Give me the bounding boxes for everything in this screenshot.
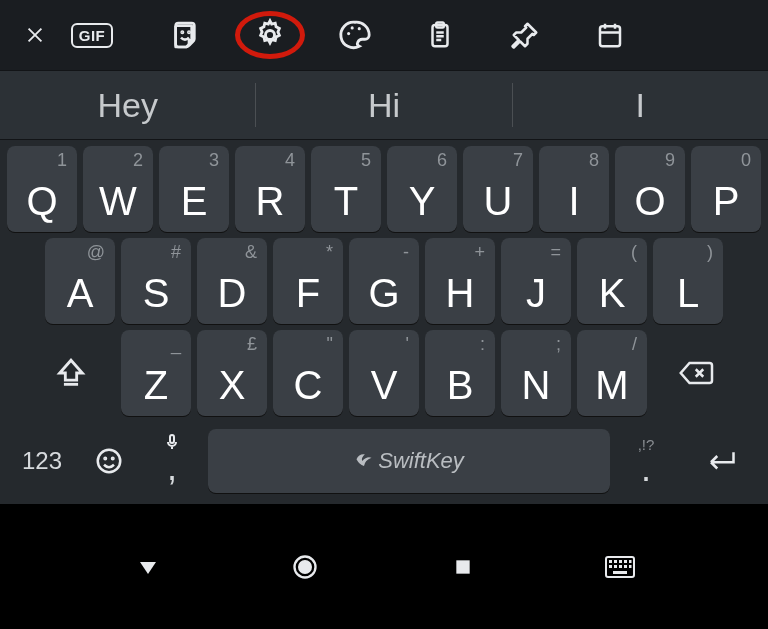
mic-icon xyxy=(166,434,178,450)
settings-highlight-ring xyxy=(235,11,305,59)
pin-icon xyxy=(510,20,540,50)
switch-numbers-key[interactable]: 123 xyxy=(8,447,76,475)
key-w[interactable]: 2W xyxy=(83,146,153,232)
svg-point-10 xyxy=(105,458,107,460)
key-f[interactable]: *F xyxy=(273,238,343,324)
svg-point-11 xyxy=(112,458,114,460)
gif-icon-label: GIF xyxy=(71,23,114,48)
key-row-1: 1Q 2W 3E 4R 5T 6Y 7U 8I 9O 0P xyxy=(4,146,764,232)
keyboard-icon xyxy=(605,556,635,578)
clipboard-button[interactable] xyxy=(397,8,482,63)
key-q[interactable]: 1Q xyxy=(7,146,77,232)
suggestion-3[interactable]: I xyxy=(513,86,768,125)
svg-point-14 xyxy=(298,560,312,574)
enter-icon xyxy=(701,446,741,476)
key-t[interactable]: 5T xyxy=(311,146,381,232)
shift-key[interactable] xyxy=(27,330,115,416)
svg-rect-21 xyxy=(629,560,632,563)
android-nav-bar xyxy=(0,504,768,629)
key-i[interactable]: 8I xyxy=(539,146,609,232)
key-z[interactable]: _Z xyxy=(121,330,191,416)
svg-rect-17 xyxy=(609,560,612,563)
clipboard-icon xyxy=(425,18,455,52)
svg-point-3 xyxy=(347,32,350,35)
svg-rect-23 xyxy=(614,565,617,568)
key-g[interactable]: -G xyxy=(349,238,419,324)
svg-point-5 xyxy=(357,27,360,30)
svg-rect-26 xyxy=(629,565,632,568)
svg-rect-8 xyxy=(600,26,620,46)
svg-rect-25 xyxy=(624,565,627,568)
key-c[interactable]: "C xyxy=(273,330,343,416)
swiftkey-logo-icon xyxy=(354,451,374,471)
key-s[interactable]: #S xyxy=(121,238,191,324)
key-m[interactable]: /M xyxy=(577,330,647,416)
svg-rect-18 xyxy=(614,560,617,563)
nav-home-icon xyxy=(291,553,319,581)
nav-home-button[interactable] xyxy=(255,553,355,581)
svg-rect-20 xyxy=(624,560,627,563)
svg-rect-22 xyxy=(609,565,612,568)
emoji-smile-icon xyxy=(94,446,124,476)
key-k[interactable]: (K xyxy=(577,238,647,324)
svg-rect-15 xyxy=(456,560,469,573)
svg-point-0 xyxy=(181,32,182,33)
svg-point-1 xyxy=(188,32,189,33)
svg-rect-12 xyxy=(170,435,174,443)
pin-button[interactable] xyxy=(482,8,567,63)
nav-back-button[interactable] xyxy=(98,555,198,579)
svg-rect-27 xyxy=(613,571,627,574)
key-h[interactable]: +H xyxy=(425,238,495,324)
close-toolbar-button[interactable] xyxy=(10,8,60,63)
spacebar[interactable]: SwiftKey xyxy=(208,429,610,493)
key-u[interactable]: 7U xyxy=(463,146,533,232)
shift-icon xyxy=(54,356,88,390)
key-row-3: _Z £X "C 'V :B ;N /M xyxy=(4,330,764,416)
svg-point-4 xyxy=(350,26,353,29)
suggestion-1[interactable]: Hey xyxy=(0,86,255,125)
key-r[interactable]: 4R xyxy=(235,146,305,232)
spacebar-label: SwiftKey xyxy=(378,448,464,474)
calendar-button[interactable] xyxy=(567,8,652,63)
nav-recents-icon xyxy=(453,557,473,577)
svg-rect-19 xyxy=(619,560,622,563)
key-b[interactable]: :B xyxy=(425,330,495,416)
key-a[interactable]: @A xyxy=(45,238,115,324)
stickers-button[interactable] xyxy=(142,8,227,63)
keyboard: 1Q 2W 3E 4R 5T 6Y 7U 8I 9O 0P @A #S &D *… xyxy=(0,140,768,504)
calendar-icon xyxy=(595,19,625,51)
key-n[interactable]: ;N xyxy=(501,330,571,416)
key-d[interactable]: &D xyxy=(197,238,267,324)
key-y[interactable]: 6Y xyxy=(387,146,457,232)
nav-recents-button[interactable] xyxy=(413,557,513,577)
sticker-smile-icon xyxy=(169,19,201,51)
comma-key[interactable]: , xyxy=(142,426,202,496)
nav-back-icon xyxy=(136,555,160,579)
key-e[interactable]: 3E xyxy=(159,146,229,232)
suggestion-2[interactable]: Hi xyxy=(256,86,511,125)
key-x[interactable]: £X xyxy=(197,330,267,416)
key-j[interactable]: =J xyxy=(501,238,571,324)
key-l[interactable]: )L xyxy=(653,238,723,324)
svg-rect-24 xyxy=(619,565,622,568)
close-icon xyxy=(24,24,46,46)
backspace-icon xyxy=(677,358,717,388)
keyboard-toolbar: GIF xyxy=(0,0,768,70)
svg-point-9 xyxy=(98,450,121,473)
period-key[interactable]: ,!? . xyxy=(616,426,676,496)
palette-icon xyxy=(338,18,372,52)
key-p[interactable]: 0P xyxy=(691,146,761,232)
suggestion-bar: Hey Hi I xyxy=(0,70,768,140)
nav-keyboard-toggle-button[interactable] xyxy=(570,556,670,578)
key-v[interactable]: 'V xyxy=(349,330,419,416)
emoji-key[interactable] xyxy=(82,446,136,476)
key-o[interactable]: 9O xyxy=(615,146,685,232)
enter-key[interactable] xyxy=(682,446,760,476)
themes-button[interactable] xyxy=(312,8,397,63)
settings-button[interactable] xyxy=(227,8,312,63)
key-row-fn: 123 , SwiftKey ,!? . xyxy=(4,422,764,500)
key-row-2: @A #S &D *F -G +H =J (K )L xyxy=(4,238,764,324)
gif-button[interactable]: GIF xyxy=(62,8,122,63)
backspace-key[interactable] xyxy=(653,330,741,416)
